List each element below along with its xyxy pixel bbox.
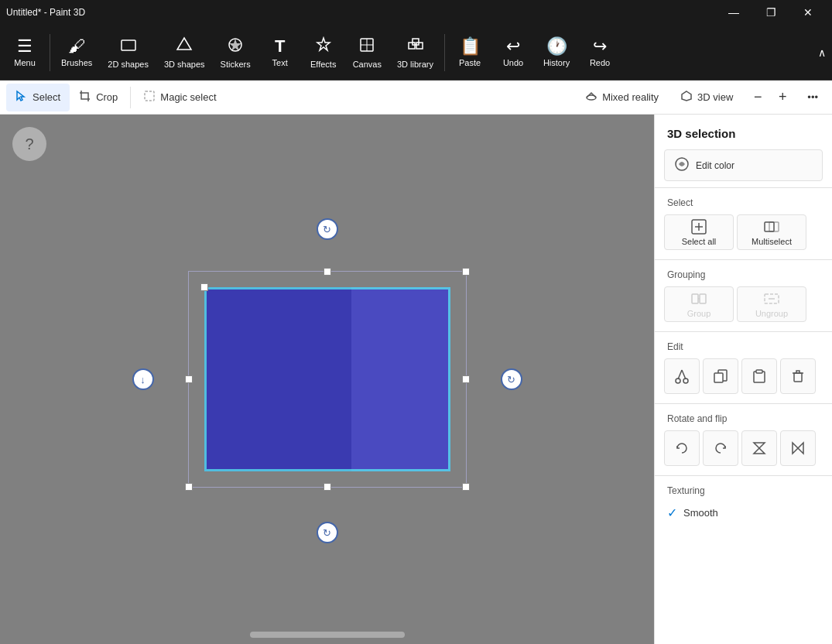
smooth-checkmark: ✓ <box>667 505 677 520</box>
redo-label: Redo <box>590 58 610 67</box>
3dlibrary-icon <box>407 36 424 57</box>
brushes-icon: 🖌 <box>68 38 85 55</box>
undo-label: Undo <box>503 58 523 67</box>
rotate-left-button[interactable] <box>664 430 700 466</box>
horizontal-scrollbar[interactable] <box>250 632 405 638</box>
maximize-button[interactable]: ❐ <box>753 0 789 25</box>
brushes-label: Brushes <box>61 58 92 67</box>
multiselect-button[interactable]: Multiselect <box>737 214 806 250</box>
close-button[interactable]: ✕ <box>790 0 826 25</box>
handle-middle-left[interactable] <box>185 375 193 383</box>
delete-button[interactable] <box>780 358 816 394</box>
question-mark: ? <box>25 135 33 153</box>
3dshapes-label: 3D shapes <box>164 60 205 69</box>
flip-horizontal-button[interactable] <box>780 430 816 466</box>
3d-object <box>204 287 450 471</box>
rotate-handle-bottom[interactable]: ↻ <box>317 522 338 543</box>
handle-bottom-left[interactable] <box>185 483 193 491</box>
smooth-row[interactable]: ✓ Smooth <box>655 499 832 526</box>
svg-rect-19 <box>692 294 698 303</box>
svg-rect-8 <box>416 43 423 49</box>
mixed-reality-btn[interactable]: Mixed reality <box>577 87 666 108</box>
history-icon: 🕐 <box>546 38 567 55</box>
toolbar-canvas[interactable]: Canvas <box>345 28 389 77</box>
svg-marker-32 <box>754 448 765 454</box>
ungroup-label: Ungroup <box>755 309 788 318</box>
selectbar-magic-select[interactable]: Magic select <box>134 84 225 111</box>
rotate-handle-left[interactable]: ↓ <box>132 368 154 390</box>
flip-vertical-button[interactable] <box>741 430 777 466</box>
minimize-button[interactable]: — <box>716 0 752 25</box>
help-button[interactable]: ? <box>12 127 46 161</box>
divider-1 <box>655 187 832 188</box>
handle-top-middle[interactable] <box>324 268 331 276</box>
zoom-in-button[interactable]: + <box>772 87 793 108</box>
toolbar-brushes[interactable]: 🖌 Brushes <box>53 28 100 77</box>
effects-label: Effects <box>310 60 336 69</box>
main-toolbar: ☰ Menu 🖌 Brushes 2D shapes 3D shapes Sti… <box>0 25 832 80</box>
paste-label: Paste <box>459 58 481 67</box>
zoom-out-button[interactable]: − <box>747 87 769 108</box>
toolbar-effects[interactable]: Effects <box>302 28 345 77</box>
stickers-label: Stickers <box>221 60 251 69</box>
svg-rect-29 <box>756 370 762 373</box>
toolbar-text[interactable]: T Text <box>259 28 302 77</box>
multiselect-label: Multiselect <box>752 237 792 246</box>
toolbar-expand[interactable]: ∧ <box>815 43 829 62</box>
menu-label: Menu <box>14 58 36 67</box>
select-all-button[interactable]: Select all <box>664 214 734 250</box>
rotate-handle-top[interactable]: ↻ <box>317 218 338 240</box>
svg-rect-10 <box>145 91 154 101</box>
select-section-label: Select <box>655 191 832 211</box>
svg-rect-0 <box>122 40 135 50</box>
mixed-reality-label: Mixed reality <box>602 91 659 103</box>
rotate-right-button[interactable] <box>703 430 738 466</box>
paste-object-button[interactable] <box>741 358 777 394</box>
view3d-btn[interactable]: 3D view <box>673 87 741 108</box>
toolbar-redo[interactable]: ↪ Redo <box>578 28 621 77</box>
cut-button[interactable] <box>664 358 700 394</box>
handle-middle-right[interactable] <box>462 375 470 383</box>
toolbar-paste[interactable]: 📋 Paste <box>448 28 491 77</box>
history-label: History <box>543 58 570 67</box>
handle-top-left[interactable] <box>200 283 208 291</box>
selectbar-select[interactable]: Select <box>6 84 70 111</box>
toolbar-undo[interactable]: ↩ Undo <box>491 28 535 77</box>
3dlibrary-label: 3D library <box>397 60 433 69</box>
selectbar-sep <box>130 87 131 108</box>
effects-icon <box>315 36 332 57</box>
right-panel: 3D selection Edit color Select Select al… <box>654 115 832 644</box>
canvas-area[interactable]: ? ↻ ↻ ↓ ↻ <box>0 115 654 644</box>
toolbar-sep-2 <box>444 34 445 71</box>
toolbar-2dshapes[interactable]: 2D shapes <box>100 28 156 77</box>
text-icon: T <box>275 38 285 55</box>
selectbar-right: Mixed reality 3D view − + ••• <box>577 87 826 108</box>
rotate-handle-right[interactable]: ↻ <box>501 368 522 390</box>
toolbar-3dshapes[interactable]: 3D shapes <box>156 28 213 77</box>
toolbar-history[interactable]: 🕐 History <box>535 28 578 77</box>
edit-buttons-row <box>655 355 832 400</box>
selected-object-container: ↻ ↻ ↓ ↻ <box>173 255 482 503</box>
more-options-btn[interactable]: ••• <box>799 88 826 106</box>
text-label: Text <box>272 58 288 67</box>
toolbar-menu[interactable]: ☰ Menu <box>3 28 46 77</box>
divider-4 <box>655 403 832 404</box>
svg-rect-27 <box>714 373 723 382</box>
edit-section-label: Edit <box>655 335 832 355</box>
edit-color-label: Edit color <box>696 160 734 171</box>
edit-color-icon <box>674 156 690 174</box>
selectbar-crop[interactable]: Crop <box>70 84 127 111</box>
copy-button[interactable] <box>703 358 738 394</box>
divider-3 <box>655 331 832 332</box>
selection-box <box>188 271 467 488</box>
svg-rect-30 <box>794 373 802 382</box>
handle-top-right[interactable] <box>462 268 470 276</box>
svg-rect-20 <box>700 294 706 303</box>
toolbar-3dlibrary[interactable]: 3D library <box>389 28 441 77</box>
edit-color-button[interactable]: Edit color <box>664 149 823 181</box>
handle-bottom-middle[interactable] <box>324 483 331 491</box>
selectbar: Select Crop Magic select Mixed reality 3… <box>0 80 832 115</box>
svg-marker-1 <box>177 38 191 50</box>
handle-bottom-right[interactable] <box>462 483 470 491</box>
toolbar-stickers[interactable]: Stickers <box>213 28 259 77</box>
